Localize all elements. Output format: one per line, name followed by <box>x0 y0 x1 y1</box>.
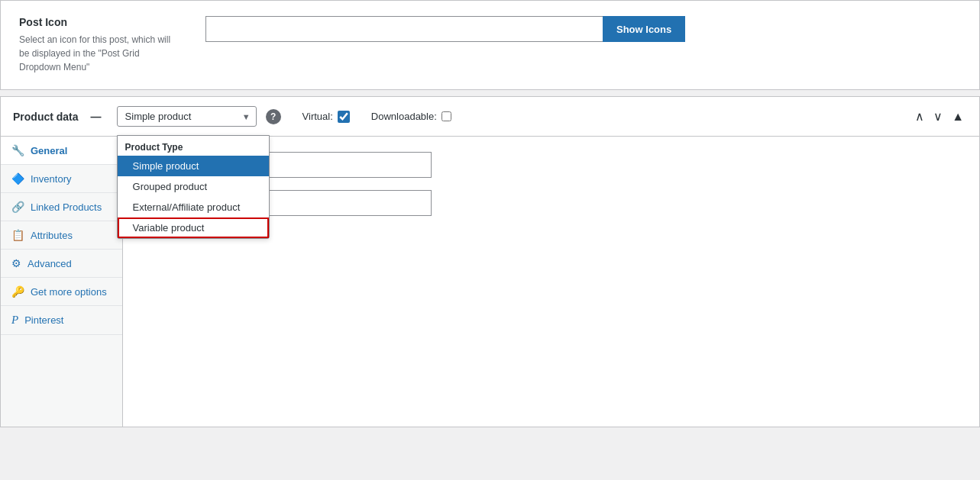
dropdown-item-variable[interactable]: Variable product <box>118 217 269 238</box>
sidebar-item-get-more-options[interactable]: 🔑 Get more options <box>1 278 122 306</box>
sidebar-item-label-get-more: Get more options <box>31 286 107 298</box>
post-icon-input[interactable] <box>205 16 603 42</box>
dropdown-item-grouped[interactable]: Grouped product <box>118 176 269 197</box>
product-sidebar: 🔧 General 🔷 Inventory 🔗 Linked Products … <box>1 137 123 427</box>
post-icon-controls: Show Icons <box>205 16 961 42</box>
gear-icon: ⚙ <box>11 257 21 269</box>
virtual-checkbox[interactable] <box>338 111 350 123</box>
dropdown-item-simple[interactable]: Simple product <box>118 156 269 176</box>
post-icon-label-block: Post Icon Select an icon for this post, … <box>19 16 187 74</box>
dropdown-item-external[interactable]: External/Affiliate product <box>118 197 269 217</box>
show-icons-button[interactable]: Show Icons <box>603 16 685 42</box>
help-icon[interactable]: ? <box>266 109 281 124</box>
sidebar-item-pinterest[interactable]: P Pinterest <box>1 306 122 335</box>
product-data-dash: — <box>91 111 102 123</box>
sidebar-item-advanced[interactable]: ⚙ Advanced <box>1 250 122 278</box>
sidebar-item-label-pinterest: Pinterest <box>24 314 63 326</box>
wrench-icon: 🔧 <box>11 144 24 156</box>
key-icon: 🔑 <box>11 285 24 298</box>
downloadable-label: Downloadable: <box>371 111 437 122</box>
sidebar-item-general[interactable]: 🔧 General <box>1 137 122 165</box>
post-icon-description: Select an icon for this post, which will… <box>19 33 172 74</box>
product-type-select-wrapper[interactable]: Simple product Grouped product External/… <box>117 106 257 127</box>
collapse-up-button[interactable]: ∧ <box>912 108 927 125</box>
sidebar-item-linked-products[interactable]: 🔗 Linked Products <box>1 193 122 221</box>
link-icon: 🔗 <box>11 201 24 213</box>
pinterest-icon: P <box>11 314 18 327</box>
virtual-check-group: Virtual: <box>302 111 350 123</box>
sidebar-item-label-general: General <box>31 145 67 156</box>
header-right-controls: ∧ ∨ ▲ <box>912 108 967 125</box>
dropdown-group-label: Product Type <box>118 136 269 156</box>
product-type-dropdown[interactable]: Product Type Simple product Grouped prod… <box>117 135 270 239</box>
post-icon-title: Post Icon <box>19 16 187 28</box>
downloadable-checkbox[interactable] <box>441 111 451 121</box>
product-data-title: Product data <box>13 111 79 123</box>
attributes-icon: 📋 <box>11 229 24 241</box>
product-data-header: Product data — Simple product Grouped pr… <box>1 97 979 137</box>
product-type-select[interactable]: Simple product Grouped product External/… <box>117 106 257 127</box>
sidebar-item-label-inventory: Inventory <box>31 173 71 185</box>
collapse-down-button[interactable]: ∨ <box>930 108 946 125</box>
sidebar-item-attributes[interactable]: 📋 Attributes <box>1 221 122 250</box>
collapse-button[interactable]: ▲ <box>949 108 967 125</box>
sidebar-item-label-advanced: Advanced <box>27 258 72 269</box>
product-data-section: Product data — Simple product Grouped pr… <box>0 96 980 427</box>
virtual-label: Virtual: <box>302 111 333 122</box>
downloadable-check-group: Downloadable: <box>371 111 451 122</box>
sidebar-item-label-linked: Linked Products <box>31 201 102 213</box>
inventory-icon: 🔷 <box>11 172 24 185</box>
sidebar-item-label-attributes: Attributes <box>31 230 73 241</box>
sidebar-item-inventory[interactable]: 🔷 Inventory <box>1 165 122 193</box>
post-icon-section: Post Icon Select an icon for this post, … <box>0 0 980 90</box>
